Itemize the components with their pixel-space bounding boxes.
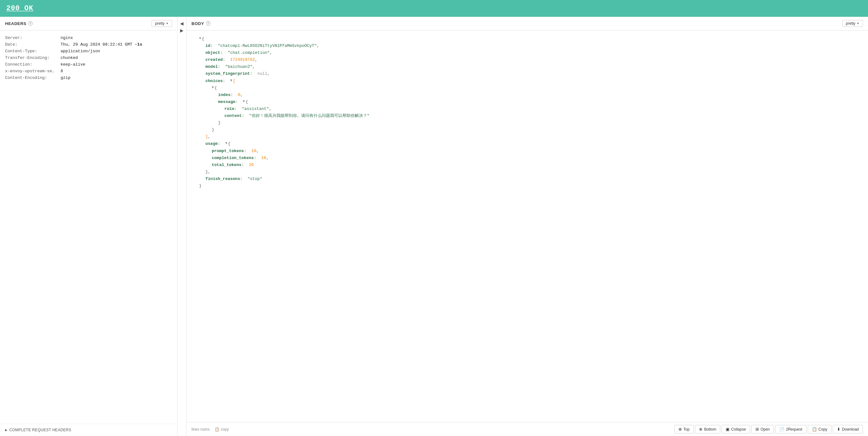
json-id-line: id: "chatcmpl-RwL85O2NiTtyVA1PfaMmSvkpoO…	[199, 42, 863, 49]
json-content-line: content: "你好！很高兴我能帮到你。请问有什么问题我可以帮助你解决？"	[199, 112, 863, 120]
json-object-line: object: "chat.completion",	[199, 49, 863, 57]
json-usage-line: usage: ▼ {	[199, 140, 863, 147]
copy-small-btn[interactable]: 📋 copy	[215, 427, 228, 432]
header-value-content-encoding: gzip	[61, 75, 172, 80]
header-row-server: Server: nginx	[5, 35, 172, 40]
body-panel-header: BODY ? pretty	[186, 17, 868, 30]
header-row-envoy: x-envoy-upstream-se… 8	[5, 69, 172, 73]
open-btn[interactable]: ⊞ Open	[751, 425, 774, 433]
expand-right-btn[interactable]: ▶	[179, 28, 185, 33]
body-label: BODY	[191, 21, 204, 26]
panel-arrows: ◀ ▶	[178, 17, 186, 436]
header-row-content-type: Content-Type: application/json	[5, 49, 172, 54]
header-key-transfer-encoding: Transfer-Encoding:	[5, 56, 61, 60]
status-code: 200 OK	[6, 4, 862, 12]
collapse-message[interactable]: ▼	[243, 99, 245, 105]
bottom-bar-left: lines nums 📋 copy	[191, 427, 229, 432]
header-value-server: nginx	[61, 35, 172, 40]
headers-panel: HEADERS ? pretty Server: nginx Date: Thu…	[0, 17, 178, 436]
header-key-connection: Connection:	[5, 62, 61, 67]
body-panel: BODY ? pretty ▼ { id: "chatcmpl-RwL85O2N…	[186, 17, 868, 436]
bottom-label: Bottom	[704, 427, 716, 432]
bottom-icon: ⊕	[699, 427, 703, 432]
header-row-transfer-encoding: Transfer-Encoding: chunked	[5, 56, 172, 60]
copy-icon: 📋	[812, 427, 817, 432]
json-prompt-tokens-line: prompt_tokens: 10,	[199, 148, 863, 155]
bottom-bar-right: ⊕ Top ⊕ Bottom ▣ Collapse ⊞ Open 📄 2R	[674, 425, 863, 433]
collapse-icon: ▣	[726, 427, 730, 432]
header-row-connection: Connection: keep-alive	[5, 62, 172, 67]
complete-request-toggle[interactable]: COMPLETE REQUEST HEADERS	[5, 428, 172, 432]
open-icon: ⊞	[755, 427, 759, 432]
collapse-choices[interactable]: ▼	[230, 78, 232, 83]
header-key-date: Date:	[5, 42, 61, 47]
top-btn[interactable]: ⊕ Top	[674, 425, 694, 433]
header-value-date: Thu, 29 Aug 2024 08:22:41 GMT -1s	[61, 42, 172, 47]
json-role-line: role: "assistant",	[199, 105, 863, 112]
top-label: Top	[683, 427, 689, 432]
collapse-usage[interactable]: ▼	[225, 140, 227, 146]
lines-nums-btn[interactable]: lines nums	[191, 427, 210, 432]
download-btn[interactable]: ⬇ Download	[833, 425, 863, 433]
collapse-btn[interactable]: ▣ Collapse	[721, 425, 750, 433]
bottom-bar: lines nums 📋 copy ⊕ Top ⊕ Bottom ▣ Colla…	[186, 422, 868, 436]
copy-btn[interactable]: 📋 Copy	[808, 425, 832, 433]
json-viewer[interactable]: ▼ { id: "chatcmpl-RwL85O2NiTtyVA1PfaMmSv…	[186, 30, 868, 422]
header-row-content-encoding: Content-Encoding: gzip	[5, 75, 172, 80]
header-value-transfer-encoding: chunked	[61, 56, 172, 60]
json-finish-reasons-line: finish_reasons: "stop"	[199, 175, 863, 182]
json-choices-item-close: }	[199, 127, 863, 133]
status-header: 200 OK	[0, 0, 868, 17]
json-choices-item-open: ▼ {	[199, 85, 863, 92]
request-btn[interactable]: 📄 2Request	[775, 425, 806, 433]
body-title-container: BODY ?	[191, 21, 211, 26]
header-value-envoy: 8	[61, 69, 172, 73]
headers-title: HEADERS ?	[5, 21, 33, 26]
header-row-date: Date: Thu, 29 Aug 2024 08:22:41 GMT -1s	[5, 42, 172, 47]
json-fingerprint-line: system_fingerprint: null,	[199, 70, 863, 77]
main-content: HEADERS ? pretty Server: nginx Date: Thu…	[0, 17, 868, 436]
json-root-open: ▼ {	[199, 35, 863, 42]
download-icon: ⬇	[837, 427, 840, 432]
collapse-root[interactable]: ▼	[199, 35, 201, 41]
header-key-content-encoding: Content-Encoding:	[5, 75, 61, 80]
bottom-btn[interactable]: ⊕ Bottom	[695, 425, 720, 433]
json-created-line: created: 1724919762,	[199, 57, 863, 63]
date-offset: -1s	[135, 42, 142, 47]
body-info-icon[interactable]: ?	[206, 21, 211, 26]
json-usage-close: },	[199, 169, 863, 175]
header-value-connection: keep-alive	[61, 62, 172, 67]
download-label: Download	[842, 427, 859, 432]
open-label: Open	[761, 427, 770, 432]
top-icon: ⊕	[678, 427, 682, 432]
json-root-close: }	[199, 182, 863, 190]
header-key-server: Server:	[5, 35, 61, 40]
body-format-btn[interactable]: pretty	[842, 20, 863, 27]
copy-small-label: copy	[221, 427, 228, 432]
collapse-choices-item[interactable]: ▼	[212, 85, 214, 91]
copy-label: Copy	[818, 427, 828, 432]
json-completion-tokens-line: completion_tokens: 16,	[199, 155, 863, 162]
headers-panel-header: HEADERS ? pretty	[0, 17, 177, 30]
collapse-label: Collapse	[731, 427, 746, 432]
request-icon: 📄	[779, 427, 784, 432]
headers-format-btn[interactable]: pretty	[152, 20, 172, 27]
header-key-content-type: Content-Type:	[5, 49, 61, 54]
headers-label: HEADERS	[5, 21, 26, 26]
json-model-line: model: "baichuan2",	[199, 63, 863, 70]
headers-info-icon[interactable]: ?	[28, 21, 33, 26]
json-index-line: index: 0,	[199, 92, 863, 99]
header-key-envoy: x-envoy-upstream-se…	[5, 69, 61, 73]
request-label: 2Request	[786, 427, 802, 432]
json-choices-close: ],	[199, 133, 863, 140]
json-message-close: }	[199, 120, 863, 127]
json-message-line: message: ▼ {	[199, 99, 863, 105]
collapse-left-btn[interactable]: ◀	[179, 21, 185, 26]
headers-table: Server: nginx Date: Thu, 29 Aug 2024 08:…	[0, 30, 177, 424]
json-choices-line: choices: ▼ [	[199, 78, 863, 85]
complete-request-section: COMPLETE REQUEST HEADERS	[0, 424, 177, 436]
json-total-tokens-line: total_tokens: 26	[199, 162, 863, 169]
header-value-content-type: application/json	[61, 49, 172, 54]
copy-small-icon: 📋	[215, 427, 219, 432]
